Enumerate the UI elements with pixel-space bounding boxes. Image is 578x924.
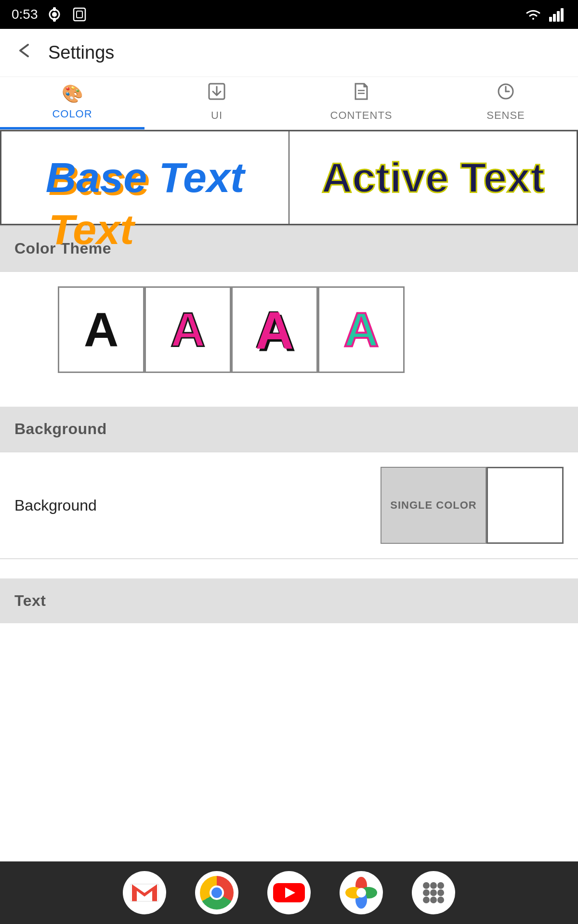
contents-tab-label: CONTENTS (330, 109, 393, 122)
chrome-icon (200, 876, 234, 910)
svg-point-26 (437, 882, 444, 889)
contents-tab-icon (352, 82, 371, 105)
status-bar: 0:53 (0, 0, 578, 29)
svg-point-1 (52, 12, 57, 17)
grid-icon (419, 878, 448, 907)
base-text-preview[interactable]: Base Text Base Text (0, 130, 289, 225)
tab-sense[interactable]: SENSE (434, 77, 578, 129)
active-text: Active Text (322, 153, 545, 202)
youtube-app-icon[interactable] (267, 871, 311, 914)
spacer-2 (0, 559, 578, 578)
sense-tab-icon (496, 82, 515, 105)
chrome-inner-circle (210, 886, 224, 900)
top-bar: Settings (0, 29, 578, 77)
svg-point-23 (356, 888, 366, 898)
single-color-option[interactable]: SINGLE COLOR (381, 467, 486, 544)
svg-point-24 (423, 882, 430, 889)
sim-icon (71, 7, 88, 22)
clock-icon (496, 82, 515, 101)
youtube-icon (272, 881, 306, 905)
swatch-letter-1: A (84, 302, 118, 358)
document-icon (352, 82, 371, 101)
wifi-icon (523, 7, 543, 22)
svg-rect-7 (553, 14, 556, 22)
back-button[interactable] (14, 41, 34, 64)
theme-swatches: A A A A (0, 272, 578, 387)
swatch-letter-4: A (344, 302, 379, 358)
ui-tab-icon (207, 82, 226, 105)
sense-tab-label: SENSE (486, 109, 525, 122)
svg-rect-4 (74, 8, 85, 21)
svg-point-25 (430, 882, 437, 889)
back-icon (14, 41, 34, 60)
swatch-letter-2: A (171, 302, 205, 358)
tab-contents[interactable]: CONTENTS (289, 77, 434, 129)
bg-row: Background SINGLE COLOR (14, 467, 564, 544)
svg-rect-8 (557, 11, 560, 22)
text-section-label: Text (14, 592, 46, 609)
gmail-app-icon[interactable] (123, 871, 166, 914)
svg-point-31 (430, 897, 437, 903)
photos-icon (344, 876, 378, 910)
tab-color[interactable]: 🎨 COLOR (0, 77, 144, 129)
svg-rect-2 (53, 7, 56, 11)
tab-ui[interactable]: UI (144, 77, 289, 129)
signal-icon (549, 7, 566, 22)
gmail-icon (130, 882, 159, 903)
photos-app-icon[interactable] (340, 871, 383, 914)
background-section: Background SINGLE COLOR (0, 452, 578, 558)
status-time: 0:53 (12, 7, 38, 22)
chrome-app-icon[interactable] (195, 871, 238, 914)
swatch-letter-3: A (255, 299, 293, 360)
tabs-bar: 🎨 COLOR UI CONTENTS (0, 77, 578, 130)
page-title: Settings (48, 42, 114, 63)
download-box-icon (207, 82, 226, 101)
white-color-option[interactable] (486, 467, 564, 544)
ui-tab-label: UI (211, 109, 223, 122)
svg-rect-3 (53, 18, 56, 22)
bottom-nav (0, 861, 578, 924)
swatch-pink-shadow[interactable]: A (231, 286, 318, 373)
color-tab-label: COLOR (52, 108, 92, 120)
spacer-1 (0, 387, 578, 407)
background-label: Background (14, 420, 107, 437)
svg-rect-5 (77, 11, 82, 18)
text-section-header: Text (0, 578, 578, 623)
background-header: Background (0, 407, 578, 451)
svg-point-29 (437, 889, 444, 896)
svg-rect-9 (561, 8, 564, 22)
swatch-pink-outline[interactable]: A (144, 286, 231, 373)
status-right (523, 7, 566, 22)
settings-icon (46, 7, 63, 22)
svg-rect-6 (549, 17, 552, 22)
base-text-fg: Base Text (46, 154, 245, 201)
status-left: 0:53 (12, 7, 88, 22)
bg-row-label: Background (14, 497, 97, 514)
base-text-wrapper: Base Text Base Text (46, 153, 245, 202)
swatch-black[interactable]: A (58, 286, 144, 373)
color-tab-icon: 🎨 (62, 84, 83, 104)
svg-point-32 (437, 897, 444, 903)
single-color-label: SINGLE COLOR (390, 499, 476, 512)
swatch-teal-pink[interactable]: A (318, 286, 405, 373)
svg-point-27 (423, 889, 430, 896)
preview-row: Base Text Base Text Active Text (0, 130, 578, 226)
svg-point-28 (430, 889, 437, 896)
active-text-preview[interactable]: Active Text (289, 130, 578, 225)
svg-point-30 (423, 897, 430, 903)
bg-options: SINGLE COLOR (381, 467, 564, 544)
apps-grid-icon[interactable] (412, 871, 455, 914)
